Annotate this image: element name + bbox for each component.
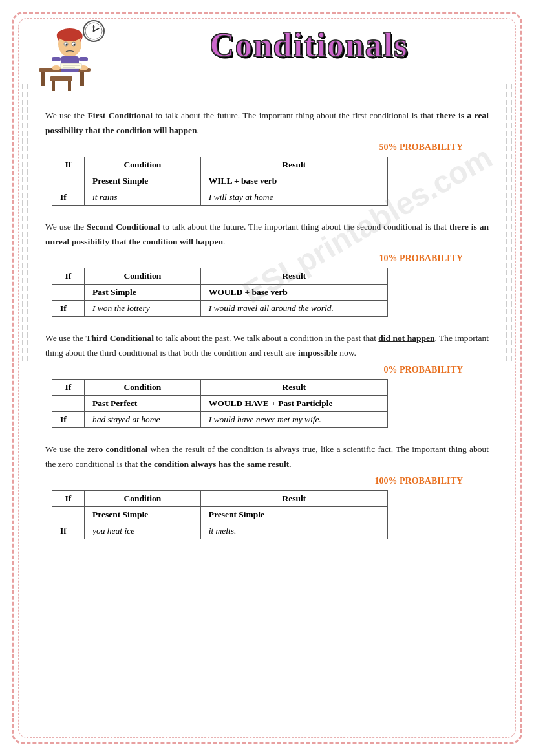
- second-r2-if: If: [52, 300, 85, 316]
- first-probability: 50% PROBABILITY: [45, 142, 463, 153]
- first-conditional-text: We use the First Conditional to talk abo…: [45, 109, 489, 138]
- third-r1-result: WOULD HAVE + Past Participle: [200, 395, 387, 411]
- zero-row2: If you heat ice it melts.: [52, 523, 388, 539]
- third-header-if: If: [52, 379, 85, 395]
- third-row2: If had stayed at home I would have never…: [52, 411, 388, 427]
- second-r2-cond: I won the lottery: [84, 300, 200, 316]
- zero-header-result: Result: [200, 490, 387, 506]
- zero-r2-result: it melts.: [200, 523, 387, 539]
- first-r2-result: I will stay at home: [200, 189, 387, 205]
- zero-probability: 100% PROBABILITY: [45, 476, 463, 486]
- second-conditional-text: We use the Second Conditional to talk ab…: [45, 220, 489, 250]
- third-header-condition: Condition: [84, 379, 200, 395]
- first-table: If Condition Result Present Simple WILL …: [52, 157, 388, 206]
- second-r1-result: WOULD + base verb: [200, 284, 387, 300]
- first-r1-if: [52, 173, 85, 189]
- second-header-if: If: [52, 268, 85, 284]
- side-dashes-left: [19, 84, 31, 730]
- second-r1-if: [52, 284, 85, 300]
- svg-rect-7: [41, 72, 45, 86]
- first-r2-cond: it rains: [84, 189, 200, 205]
- svg-rect-23: [61, 63, 81, 69]
- first-header-condition: Condition: [84, 157, 200, 173]
- svg-rect-10: [68, 81, 71, 91]
- zero-r2-if: If: [52, 523, 85, 539]
- zero-r2-cond: you heat ice: [84, 523, 200, 539]
- title-area: Conditionals: [116, 19, 502, 64]
- third-r1-cond: Past Perfect: [84, 395, 200, 411]
- side-dashes-right: [503, 84, 515, 730]
- first-row2: If it rains I will stay at home: [52, 189, 388, 205]
- first-r1-result: WILL + base verb: [200, 173, 387, 189]
- second-probability: 10% PROBABILITY: [45, 254, 463, 264]
- svg-rect-9: [52, 81, 55, 91]
- svg-point-17: [74, 44, 76, 46]
- content: We use the First Conditional to talk abo…: [32, 109, 502, 539]
- zero-conditional-text: We use the zero conditional when the res…: [45, 442, 489, 472]
- third-r2-result: I would have never met my wife.: [200, 411, 387, 427]
- section-third: We use the Third Conditional to talk abo…: [45, 331, 489, 428]
- zero-table: If Condition Result Present Simple Prese…: [52, 490, 388, 539]
- third-header-result: Result: [200, 379, 387, 395]
- first-r1-cond: Present Simple: [84, 173, 200, 189]
- zero-r1-cond: Present Simple: [84, 506, 200, 523]
- first-header-result: Result: [200, 157, 387, 173]
- svg-rect-8: [80, 72, 84, 86]
- page: ESLprintables.com 12: [0, 0, 534, 756]
- main-title: Conditionals: [116, 26, 502, 64]
- section-second: We use the Second Conditional to talk ab…: [45, 220, 489, 317]
- cartoon-image: 12: [32, 19, 116, 97]
- third-conditional-text: We use the Third Conditional to talk abo…: [45, 331, 489, 361]
- second-r1-cond: Past Simple: [84, 284, 200, 300]
- zero-r1-if: [52, 506, 85, 523]
- zero-r1-result: Present Simple: [200, 506, 387, 523]
- first-r2-if: If: [52, 189, 85, 205]
- second-row2: If I won the lottery I would travel all …: [52, 300, 388, 316]
- section-first: We use the First Conditional to talk abo…: [45, 109, 489, 206]
- zero-header-if: If: [52, 490, 85, 506]
- second-table: If Condition Result Past Simple WOULD + …: [52, 268, 388, 317]
- svg-rect-20: [79, 57, 88, 61]
- third-r2-if: If: [52, 411, 85, 427]
- svg-rect-11: [50, 76, 72, 81]
- section-zero: We use the zero conditional when the res…: [45, 442, 489, 539]
- svg-point-4: [93, 30, 95, 32]
- third-r2-cond: had stayed at home: [84, 411, 200, 427]
- svg-point-13: [58, 28, 82, 41]
- svg-point-16: [66, 44, 68, 46]
- second-header-result: Result: [200, 268, 387, 284]
- third-probability: 0% PROBABILITY: [45, 365, 463, 375]
- second-header-condition: Condition: [84, 268, 200, 284]
- header: 12: [32, 13, 502, 97]
- first-header-if: If: [52, 157, 85, 173]
- third-r1-if: [52, 395, 85, 411]
- zero-row1: Present Simple Present Simple: [52, 506, 388, 523]
- svg-text:12: 12: [92, 25, 95, 28]
- svg-rect-19: [52, 57, 61, 61]
- first-row1: Present Simple WILL + base verb: [52, 173, 388, 189]
- svg-point-21: [52, 65, 61, 70]
- third-row1: Past Perfect WOULD HAVE + Past Participl…: [52, 395, 388, 411]
- zero-header-condition: Condition: [84, 490, 200, 506]
- second-r2-result: I would travel all around the world.: [200, 300, 387, 316]
- second-row1: Past Simple WOULD + base verb: [52, 284, 388, 300]
- third-table: If Condition Result Past Perfect WOULD H…: [52, 379, 388, 428]
